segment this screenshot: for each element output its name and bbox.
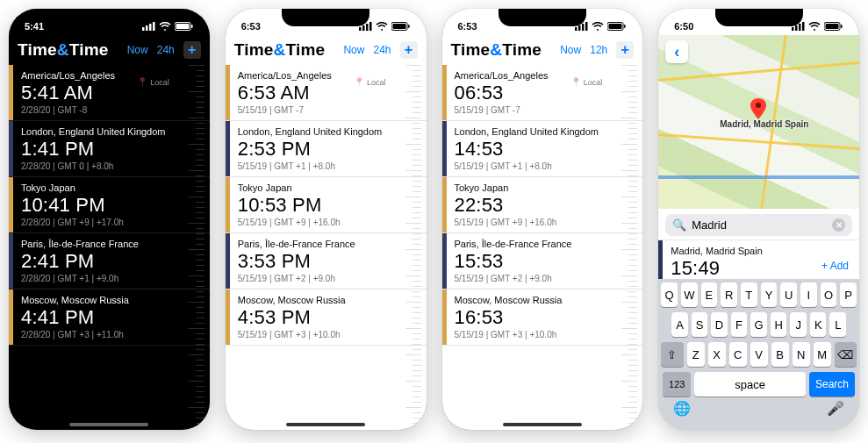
- backspace-key[interactable]: ⌫: [835, 342, 857, 367]
- clock-row[interactable]: America/Los_Angeles5:41 AM2/28/20 | GMT …: [9, 65, 210, 121]
- key[interactable]: E: [701, 282, 718, 307]
- search-key[interactable]: Search: [809, 372, 855, 397]
- city-label: America/Los_Angeles: [238, 70, 418, 81]
- add-button[interactable]: +: [400, 41, 418, 59]
- city-label: Moscow, Moscow Russia: [21, 295, 201, 305]
- meta-label: 5/15/19 | GMT +3 | +10.0h: [238, 330, 418, 339]
- clock-row[interactable]: Tokyo Japan10:41 PM2/28/20 | GMT +9 | +1…: [9, 177, 210, 233]
- row-stripe: [442, 177, 447, 232]
- svg-rect-21: [792, 27, 794, 31]
- key[interactable]: O: [821, 282, 837, 307]
- add-button[interactable]: +: [183, 41, 201, 59]
- clock-list[interactable]: America/Los_Angeles5:41 AM2/28/20 | GMT …: [9, 65, 210, 346]
- time-label: 16:53: [455, 306, 635, 329]
- row-stripe: [226, 65, 230, 120]
- map-view[interactable]: ‹Madrid, Madrid Spain: [658, 35, 859, 209]
- clock-row[interactable]: Moscow, Moscow Russia4:53 PM5/15/19 | GM…: [226, 289, 427, 346]
- key[interactable]: T: [741, 282, 757, 307]
- clock-row[interactable]: Tokyo Japan22:535/15/19 | GMT +9 | +16.0…: [442, 177, 643, 233]
- clock-row[interactable]: Paris, Île-de-France France3:53 PM5/15/1…: [226, 233, 427, 289]
- device-notch: [499, 9, 586, 26]
- local-indicator: 📍Local: [570, 77, 603, 87]
- device-notch: [65, 9, 153, 26]
- key[interactable]: Z: [687, 342, 705, 367]
- keyboard: QWERTYUIOPASDFGHJKL⇧ZXCVBNM⌫123spaceSear…: [658, 279, 859, 430]
- key[interactable]: Q: [661, 282, 678, 307]
- map-pin-icon[interactable]: [750, 98, 767, 116]
- key[interactable]: N: [793, 342, 810, 367]
- key[interactable]: U: [780, 282, 797, 307]
- key[interactable]: X: [708, 342, 726, 367]
- meta-label: 5/15/19 | GMT +9 | +16.0h: [238, 218, 418, 227]
- svg-rect-9: [366, 24, 369, 31]
- key[interactable]: K: [810, 312, 827, 337]
- key[interactable]: V: [750, 342, 768, 367]
- clock-row[interactable]: London, England United Kingdom14:535/15/…: [442, 121, 643, 177]
- hour-mode-button[interactable]: 24h: [157, 44, 175, 56]
- search-bar[interactable]: 🔍Madrid✕: [665, 214, 852, 236]
- clock-row[interactable]: Paris, Île-de-France France2:41 PM2/28/2…: [9, 233, 210, 289]
- status-clock: 6:53: [458, 21, 477, 32]
- meta-label: 5/15/19 | GMT +3 | +10.0h: [455, 330, 635, 339]
- key[interactable]: C: [729, 342, 747, 367]
- key[interactable]: B: [771, 342, 789, 367]
- row-stripe: [226, 121, 230, 176]
- clock-row[interactable]: America/Los_Angeles6:53 AM5/15/19 | GMT …: [226, 65, 427, 121]
- svg-rect-1: [146, 25, 148, 31]
- clock-row[interactable]: Moscow, Moscow Russia16:535/15/19 | GMT …: [442, 289, 643, 346]
- key[interactable]: I: [800, 282, 817, 307]
- row-stripe: [226, 289, 230, 345]
- svg-rect-5: [176, 24, 189, 29]
- key[interactable]: Y: [761, 282, 778, 307]
- key[interactable]: H: [771, 312, 787, 337]
- key[interactable]: P: [840, 282, 857, 307]
- clock-list[interactable]: America/Los_Angeles6:53 AM5/15/19 | GMT …: [226, 65, 427, 346]
- space-key[interactable]: space: [694, 372, 806, 397]
- key[interactable]: W: [681, 282, 698, 307]
- key[interactable]: S: [692, 312, 708, 337]
- clock-list[interactable]: America/Los_Angeles06:535/15/19 | GMT -7…: [442, 65, 643, 346]
- key[interactable]: R: [721, 282, 737, 307]
- clock-row[interactable]: London, England United Kingdom1:41 PM2/2…: [9, 121, 210, 177]
- clock-row[interactable]: Moscow, Moscow Russia4:41 PM2/28/20 | GM…: [9, 289, 210, 346]
- battery-icon: [175, 22, 194, 31]
- time-label: 10:53 PM: [238, 194, 418, 217]
- now-button[interactable]: Now: [343, 44, 364, 56]
- key[interactable]: M: [814, 342, 831, 367]
- clear-button[interactable]: ✕: [832, 218, 845, 232]
- svg-rect-22: [795, 25, 798, 31]
- svg-rect-20: [624, 25, 626, 28]
- battery-icon: [607, 22, 627, 31]
- globe-key[interactable]: 🌐: [673, 400, 691, 417]
- add-button[interactable]: +: [616, 41, 634, 59]
- svg-rect-8: [362, 25, 365, 31]
- wifi-icon: [592, 22, 604, 31]
- shift-key[interactable]: ⇧: [661, 342, 683, 367]
- now-button[interactable]: Now: [560, 44, 581, 56]
- city-label: America/Los_Angeles: [21, 70, 201, 81]
- city-label: Madrid, Madrid Spain: [671, 246, 850, 256]
- mic-key[interactable]: 🎤: [827, 400, 844, 417]
- meta-label: 5/15/19 | GMT -7: [238, 105, 418, 115]
- clock-row[interactable]: America/Los_Angeles06:535/15/19 | GMT -7…: [442, 65, 643, 121]
- clock-row[interactable]: London, England United Kingdom2:53 PM5/1…: [226, 121, 427, 177]
- hour-mode-button[interactable]: 24h: [373, 44, 391, 56]
- clock-row[interactable]: Tokyo Japan10:53 PM5/15/19 | GMT +9 | +1…: [226, 177, 427, 233]
- add-city-button[interactable]: + Add: [821, 260, 849, 272]
- key[interactable]: G: [750, 312, 767, 337]
- clock-row[interactable]: Paris, Île-de-France France15:535/15/19 …: [442, 233, 643, 289]
- key[interactable]: L: [829, 312, 846, 337]
- device-notch: [282, 9, 369, 26]
- back-button[interactable]: ‹: [665, 40, 688, 63]
- numeric-key[interactable]: 123: [663, 372, 691, 397]
- key[interactable]: J: [790, 312, 807, 337]
- search-input[interactable]: Madrid: [692, 218, 827, 232]
- hour-mode-button[interactable]: 12h: [590, 44, 607, 56]
- key[interactable]: D: [711, 312, 728, 337]
- svg-rect-12: [392, 24, 405, 29]
- svg-rect-26: [826, 24, 839, 29]
- key[interactable]: A: [671, 312, 688, 337]
- row-stripe: [226, 177, 230, 232]
- now-button[interactable]: Now: [127, 44, 148, 56]
- key[interactable]: F: [731, 312, 748, 337]
